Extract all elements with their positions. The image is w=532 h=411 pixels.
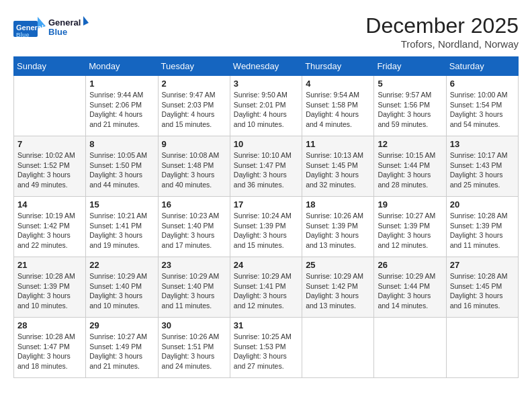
calendar-cell: 1Sunrise: 9:44 AMSunset: 2:06 PMDaylight… xyxy=(86,76,158,136)
day-info: Sunrise: 10:26 AMSunset: 1:39 PMDaylight… xyxy=(306,211,370,250)
day-number: 13 xyxy=(450,139,515,149)
day-info: Sunrise: 10:25 AMSunset: 1:53 PMDaylight… xyxy=(234,332,298,371)
page-header: General Blue General Blue December 2025 … xyxy=(13,13,519,50)
calendar-cell xyxy=(14,76,86,136)
day-info: Sunrise: 10:23 AMSunset: 1:40 PMDaylight… xyxy=(162,211,226,250)
calendar-cell: 13Sunrise: 10:17 AMSunset: 1:43 PMDaylig… xyxy=(446,136,518,197)
calendar-cell: 7Sunrise: 10:02 AMSunset: 1:52 PMDayligh… xyxy=(14,136,86,197)
calendar-cell: 17Sunrise: 10:24 AMSunset: 1:39 PMDaylig… xyxy=(230,197,302,257)
day-number: 7 xyxy=(17,139,82,149)
svg-text:Blue: Blue xyxy=(48,27,67,37)
calendar-cell: 11Sunrise: 10:13 AMSunset: 1:45 PMDaylig… xyxy=(302,136,374,197)
calendar-cell: 19Sunrise: 10:27 AMSunset: 1:39 PMDaylig… xyxy=(374,197,446,257)
day-info: Sunrise: 10:15 AMSunset: 1:44 PMDaylight… xyxy=(378,150,442,190)
day-info: Sunrise: 9:57 AMSunset: 1:56 PMDaylight:… xyxy=(378,90,442,130)
calendar-cell: 2Sunrise: 9:47 AMSunset: 2:03 PMDaylight… xyxy=(158,76,230,136)
day-info: Sunrise: 10:29 AMSunset: 1:44 PMDaylight… xyxy=(378,271,442,311)
day-info: Sunrise: 10:29 AMSunset: 1:42 PMDaylight… xyxy=(306,271,370,311)
calendar-cell xyxy=(302,318,374,378)
logo-text: General Blue xyxy=(48,13,89,44)
calendar-cell: 10Sunrise: 10:10 AMSunset: 1:47 PMDaylig… xyxy=(230,136,302,197)
logo: General Blue General Blue xyxy=(13,13,89,44)
calendar-cell: 23Sunrise: 10:29 AMSunset: 1:40 PMDaylig… xyxy=(158,257,230,318)
day-info: Sunrise: 10:02 AMSunset: 1:52 PMDaylight… xyxy=(17,150,82,190)
calendar-cell: 31Sunrise: 10:25 AMSunset: 1:53 PMDaylig… xyxy=(230,318,302,378)
calendar-body: 1Sunrise: 9:44 AMSunset: 2:06 PMDaylight… xyxy=(14,76,519,378)
title-block: December 2025 Trofors, Nordland, Norway xyxy=(365,13,519,50)
calendar-cell: 25Sunrise: 10:29 AMSunset: 1:42 PMDaylig… xyxy=(302,257,374,318)
calendar-week-row: 1Sunrise: 9:44 AMSunset: 2:06 PMDaylight… xyxy=(14,76,519,136)
svg-text:Blue: Blue xyxy=(16,32,30,38)
day-info: Sunrise: 10:29 AMSunset: 1:40 PMDaylight… xyxy=(89,271,154,311)
weekday-header-row: SundayMondayTuesdayWednesdayThursdayFrid… xyxy=(14,57,519,76)
day-number: 12 xyxy=(378,139,442,149)
calendar-cell xyxy=(446,318,518,378)
weekday-header-cell: Sunday xyxy=(14,57,86,76)
day-info: Sunrise: 10:28 AMSunset: 1:45 PMDaylight… xyxy=(450,271,515,311)
day-number: 4 xyxy=(306,79,370,89)
svg-text:General: General xyxy=(16,24,44,32)
calendar-cell: 8Sunrise: 10:05 AMSunset: 1:50 PMDayligh… xyxy=(86,136,158,197)
day-info: Sunrise: 10:21 AMSunset: 1:41 PMDaylight… xyxy=(89,211,154,250)
day-number: 15 xyxy=(89,199,154,210)
calendar-cell: 6Sunrise: 10:00 AMSunset: 1:54 PMDayligh… xyxy=(446,76,518,136)
calendar-table: SundayMondayTuesdayWednesdayThursdayFrid… xyxy=(13,56,519,378)
calendar-cell: 29Sunrise: 10:27 AMSunset: 1:49 PMDaylig… xyxy=(86,318,158,378)
day-number: 6 xyxy=(450,79,515,89)
calendar-cell: 18Sunrise: 10:26 AMSunset: 1:39 PMDaylig… xyxy=(302,197,374,257)
calendar-cell: 12Sunrise: 10:15 AMSunset: 1:44 PMDaylig… xyxy=(374,136,446,197)
day-number: 19 xyxy=(378,199,442,210)
day-info: Sunrise: 10:08 AMSunset: 1:48 PMDaylight… xyxy=(162,150,226,190)
day-number: 2 xyxy=(162,79,226,89)
day-info: Sunrise: 10:28 AMSunset: 1:47 PMDaylight… xyxy=(17,332,82,371)
weekday-header-cell: Friday xyxy=(374,57,446,76)
day-number: 18 xyxy=(306,199,370,210)
day-info: Sunrise: 10:27 AMSunset: 1:39 PMDaylight… xyxy=(378,211,442,250)
calendar-cell: 21Sunrise: 10:28 AMSunset: 1:39 PMDaylig… xyxy=(14,257,86,318)
day-number: 8 xyxy=(89,139,154,149)
calendar-cell: 26Sunrise: 10:29 AMSunset: 1:44 PMDaylig… xyxy=(374,257,446,318)
calendar-cell: 15Sunrise: 10:21 AMSunset: 1:41 PMDaylig… xyxy=(86,197,158,257)
day-number: 23 xyxy=(162,260,226,270)
day-info: Sunrise: 9:47 AMSunset: 2:03 PMDaylight:… xyxy=(162,90,226,130)
weekday-header-cell: Tuesday xyxy=(158,57,230,76)
weekday-header-cell: Saturday xyxy=(446,57,518,76)
day-info: Sunrise: 10:17 AMSunset: 1:43 PMDaylight… xyxy=(450,150,515,190)
month-title: December 2025 xyxy=(365,13,519,38)
calendar-cell: 5Sunrise: 9:57 AMSunset: 1:56 PMDaylight… xyxy=(374,76,446,136)
day-number: 21 xyxy=(17,260,82,270)
svg-text:General: General xyxy=(48,17,81,28)
calendar-week-row: 7Sunrise: 10:02 AMSunset: 1:52 PMDayligh… xyxy=(14,136,519,197)
day-info: Sunrise: 9:54 AMSunset: 1:58 PMDaylight:… xyxy=(306,90,370,130)
calendar-cell: 30Sunrise: 10:26 AMSunset: 1:51 PMDaylig… xyxy=(158,318,230,378)
day-info: Sunrise: 10:28 AMSunset: 1:39 PMDaylight… xyxy=(450,211,515,250)
calendar-cell: 16Sunrise: 10:23 AMSunset: 1:40 PMDaylig… xyxy=(158,197,230,257)
day-info: Sunrise: 10:00 AMSunset: 1:54 PMDaylight… xyxy=(450,90,515,130)
calendar-cell: 27Sunrise: 10:28 AMSunset: 1:45 PMDaylig… xyxy=(446,257,518,318)
day-number: 25 xyxy=(306,260,370,270)
calendar-week-row: 21Sunrise: 10:28 AMSunset: 1:39 PMDaylig… xyxy=(14,257,519,318)
day-number: 31 xyxy=(234,320,298,330)
calendar-cell: 28Sunrise: 10:28 AMSunset: 1:47 PMDaylig… xyxy=(14,318,86,378)
day-number: 11 xyxy=(306,139,370,149)
day-number: 3 xyxy=(234,79,298,89)
calendar-cell: 9Sunrise: 10:08 AMSunset: 1:48 PMDayligh… xyxy=(158,136,230,197)
day-number: 17 xyxy=(234,199,298,210)
day-number: 22 xyxy=(89,260,154,270)
day-info: Sunrise: 10:05 AMSunset: 1:50 PMDaylight… xyxy=(89,150,154,190)
calendar-cell: 24Sunrise: 10:29 AMSunset: 1:41 PMDaylig… xyxy=(230,257,302,318)
logo-icon: General Blue xyxy=(13,15,46,42)
day-number: 26 xyxy=(378,260,442,270)
day-info: Sunrise: 10:28 AMSunset: 1:39 PMDaylight… xyxy=(17,271,82,311)
day-info: Sunrise: 10:27 AMSunset: 1:49 PMDaylight… xyxy=(89,332,154,371)
day-info: Sunrise: 10:24 AMSunset: 1:39 PMDaylight… xyxy=(234,211,298,250)
day-info: Sunrise: 10:10 AMSunset: 1:47 PMDaylight… xyxy=(234,150,298,190)
day-number: 29 xyxy=(89,320,154,330)
weekday-header-cell: Wednesday xyxy=(230,57,302,76)
day-number: 1 xyxy=(89,79,154,89)
day-info: Sunrise: 10:19 AMSunset: 1:42 PMDaylight… xyxy=(17,211,82,250)
day-number: 9 xyxy=(162,139,226,149)
day-number: 14 xyxy=(17,199,82,210)
calendar-cell: 22Sunrise: 10:29 AMSunset: 1:40 PMDaylig… xyxy=(86,257,158,318)
day-number: 16 xyxy=(162,199,226,210)
